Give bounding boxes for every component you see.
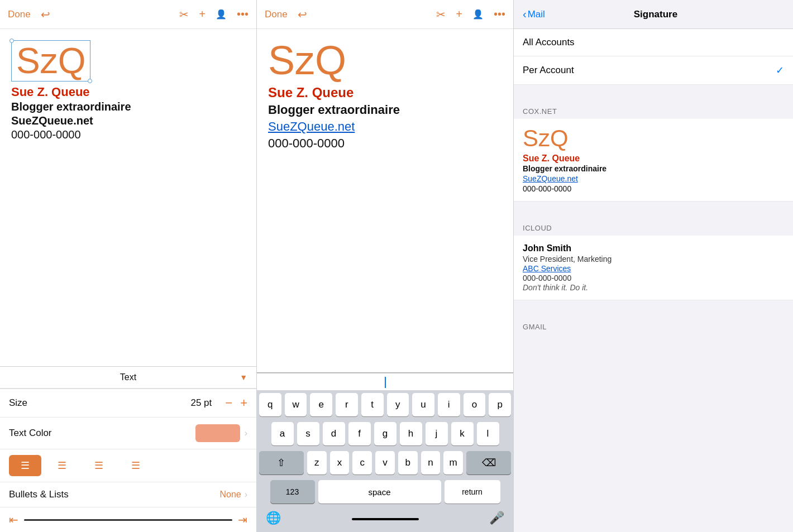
key-s[interactable]: s: [297, 422, 319, 445]
color-swatch[interactable]: [195, 424, 240, 442]
indent-row: ⇤ ⇥: [0, 507, 256, 532]
per-account-label: Per Account: [523, 65, 776, 76]
done-button-1[interactable]: Done: [8, 9, 31, 20]
indent-decrease-icon[interactable]: ⇤: [9, 513, 18, 526]
color-chevron-right: ›: [245, 428, 247, 438]
key-return[interactable]: return: [445, 480, 500, 504]
undo-icon-1[interactable]: ↩: [41, 8, 50, 21]
color-row[interactable]: Text Color ›: [0, 418, 256, 449]
done-button-2[interactable]: Done: [265, 9, 288, 20]
sig-name-1: Sue Z. Queue: [11, 85, 245, 99]
bullets-row[interactable]: Bullets & Lists None ›: [0, 482, 256, 507]
key-p[interactable]: p: [489, 393, 511, 416]
key-123[interactable]: 123: [270, 480, 315, 504]
indent-slider[interactable]: [24, 519, 232, 521]
key-d[interactable]: d: [323, 422, 345, 445]
size-increase-button[interactable]: +: [240, 396, 247, 410]
key-x[interactable]: x: [330, 451, 350, 475]
align-center-icon: ☰: [58, 459, 66, 472]
back-label[interactable]: Mail: [528, 9, 545, 20]
all-accounts-row[interactable]: All Accounts: [514, 29, 793, 56]
icloud-section-header: ICLOUD: [514, 219, 793, 236]
key-i[interactable]: i: [438, 393, 460, 416]
key-l[interactable]: l: [477, 422, 499, 445]
cox-section-header: COX.NET: [514, 103, 793, 119]
size-row: Size 25 pt − +: [0, 389, 256, 418]
all-accounts-label: All Accounts: [523, 37, 784, 48]
more-icon-2[interactable]: •••: [494, 8, 505, 21]
signature-box-selected[interactable]: SzQ: [11, 40, 90, 82]
align-right-button[interactable]: ☰: [83, 455, 115, 476]
key-row-2: a s d f g h j k l: [257, 419, 513, 448]
key-m[interactable]: m: [443, 451, 463, 475]
resize-handle-br[interactable]: [88, 79, 92, 83]
key-o[interactable]: o: [464, 393, 486, 416]
sig-website-2[interactable]: SueZQueue.net: [268, 119, 502, 134]
globe-icon[interactable]: 🌐: [266, 511, 281, 525]
size-decrease-button[interactable]: −: [225, 396, 232, 410]
add-icon-1[interactable]: +: [199, 8, 206, 21]
key-q[interactable]: q: [259, 393, 281, 416]
key-z[interactable]: z: [307, 451, 327, 475]
resize-handle-tl[interactable]: [9, 39, 14, 43]
more-icon-1[interactable]: •••: [237, 8, 249, 21]
undo-icon-2[interactable]: ↩: [298, 8, 307, 21]
settings-header: ‹ Mail Signature: [514, 0, 793, 29]
format-header-label: Text: [120, 372, 136, 382]
format-panel: Text ▼ Size 25 pt − + Text Color › ☰ ☰ ☰: [0, 366, 256, 532]
icloud-sig-company[interactable]: ABC Services: [523, 264, 784, 273]
back-chevron-icon: ‹: [523, 8, 527, 21]
key-r[interactable]: r: [336, 393, 358, 416]
key-delete[interactable]: ⌫: [466, 451, 511, 475]
key-f[interactable]: f: [348, 422, 371, 445]
key-y[interactable]: y: [387, 393, 409, 416]
key-w[interactable]: w: [285, 393, 307, 416]
format-chevron-down[interactable]: ▼: [240, 373, 247, 382]
panel-editor: Done ↩ ✂ + 👤 ••• SzQ Sue Z. Queue Blogge…: [0, 0, 257, 532]
key-space[interactable]: space: [318, 480, 441, 504]
key-shift[interactable]: ⇧: [259, 451, 304, 475]
key-g[interactable]: g: [374, 422, 396, 445]
key-b[interactable]: b: [398, 451, 418, 475]
cox-signature-block[interactable]: SzQ Sue Z. Queue Blogger extraordinaire …: [514, 119, 793, 202]
keyboard: q w e r t y u i o p a s d f g h j k l ⇧ …: [257, 372, 513, 532]
bullets-value: None: [219, 490, 241, 500]
align-buttons-row: ☰ ☰ ☰ ☰: [0, 449, 256, 482]
scissors-icon-2[interactable]: ✂: [436, 8, 446, 21]
per-account-checkmark: ✓: [776, 64, 784, 76]
align-left-icon: ☰: [21, 459, 30, 472]
align-justify-button[interactable]: ☰: [120, 455, 152, 476]
scissors-icon-1[interactable]: ✂: [179, 8, 189, 21]
per-account-row[interactable]: Per Account ✓: [514, 56, 793, 85]
sig-phone-2: 000-000-0000: [268, 136, 502, 151]
align-left-button[interactable]: ☰: [9, 455, 41, 476]
key-v[interactable]: v: [375, 451, 395, 475]
cox-sig-logo: SzQ: [523, 127, 784, 150]
indent-increase-icon[interactable]: ⇥: [238, 513, 247, 526]
key-a[interactable]: a: [271, 422, 294, 445]
add-icon-2[interactable]: +: [456, 8, 462, 21]
panel-settings: ‹ Mail Signature All Accounts Per Accoun…: [514, 0, 793, 532]
align-center-button[interactable]: ☰: [46, 455, 78, 476]
icloud-sig-phone: 000-000-0000: [523, 274, 784, 282]
key-h[interactable]: h: [400, 422, 422, 445]
key-j[interactable]: j: [426, 422, 448, 445]
cox-sig-website[interactable]: SueZQueue.net: [523, 174, 784, 183]
key-n[interactable]: n: [421, 451, 441, 475]
icloud-signature-block[interactable]: John Smith Vice President, Marketing ABC…: [514, 236, 793, 300]
key-row-3: ⇧ z x c v b n m ⌫: [257, 448, 513, 477]
key-row-1: q w e r t y u i o p: [257, 390, 513, 419]
key-u[interactable]: u: [412, 393, 434, 416]
key-t[interactable]: t: [361, 393, 384, 416]
sig-tagline-2: Blogger extraordinaire: [268, 103, 502, 117]
mic-icon[interactable]: 🎤: [489, 511, 504, 525]
back-button[interactable]: ‹ Mail: [523, 8, 545, 21]
key-c[interactable]: c: [352, 451, 372, 475]
format-header: Text ▼: [0, 367, 256, 389]
sig-website-1: SueZQueue.net: [11, 114, 245, 127]
key-e[interactable]: e: [310, 393, 332, 416]
key-k[interactable]: k: [451, 422, 474, 445]
canvas-1: SzQ Sue Z. Queue Blogger extraordinaire …: [0, 29, 256, 366]
contact-icon-1[interactable]: 👤: [216, 9, 227, 20]
contact-icon-2[interactable]: 👤: [472, 9, 484, 20]
